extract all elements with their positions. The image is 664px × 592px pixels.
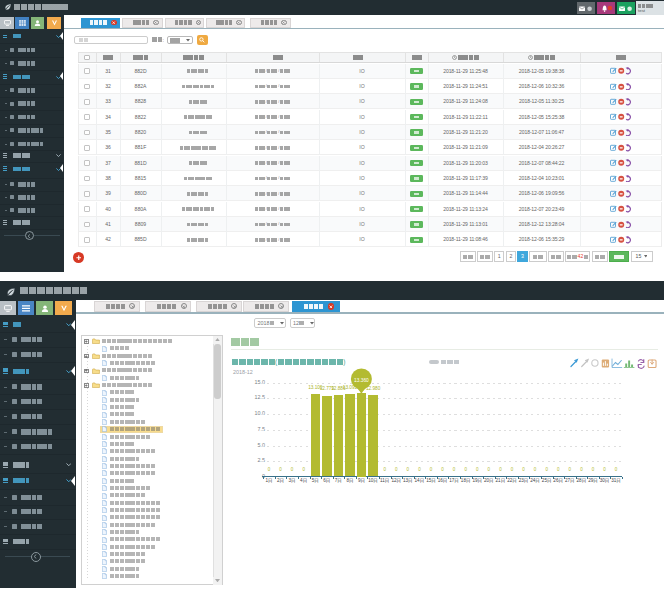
svg-text:13.360: 13.360 xyxy=(354,377,369,382)
